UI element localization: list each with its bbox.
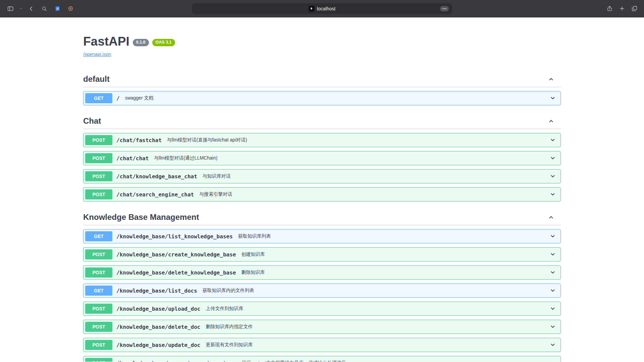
section-title: default [83, 74, 110, 84]
endpoint-description: 上传文件到知识库 [206, 306, 243, 312]
oas-badge: OAS 3.1 [152, 39, 175, 46]
endpoint-row[interactable]: POST/chat/fastchat与llm模型对话(直接与fastchat a… [83, 133, 561, 147]
site-favicon [309, 6, 315, 12]
chevron-down-icon [549, 191, 556, 198]
section-header[interactable]: default [83, 72, 561, 87]
section-collapse-button[interactable] [547, 75, 555, 83]
endpoint-path: /chat/fastchat [116, 137, 162, 143]
toolbar-center-group: localhost [192, 3, 452, 14]
chevron-up-icon [547, 75, 555, 83]
endpoint-row[interactable]: POST/knowledge_base/delete_knowledge_bas… [83, 265, 561, 280]
swagger-container: FastAPI 0.1.0 OAS 3.1 /openapi.json defa… [83, 17, 561, 362]
method-badge: POST [85, 358, 112, 362]
endpoint-expand-button[interactable] [549, 95, 556, 102]
plus-icon [619, 5, 625, 12]
endpoint-expand-button[interactable] [549, 251, 556, 258]
chevron-down-icon [549, 287, 556, 294]
chevron-up-icon [547, 214, 555, 221]
endpoint-expand-button[interactable] [549, 305, 556, 312]
chevron-down-icon [549, 251, 556, 258]
method-badge: POST [85, 135, 112, 145]
section-collapse-button[interactable] [547, 117, 555, 125]
endpoint-path: / [116, 95, 120, 102]
section-header[interactable]: Chat [83, 114, 561, 129]
endpoint-row[interactable]: POST/chat/search_engine_chat与搜索引擎对话 [83, 187, 561, 201]
endpoint-row[interactable]: POST/chat/chat与llm模型对话(通过LLMChain) [83, 151, 561, 165]
endpoint-expand-button[interactable] [549, 173, 556, 180]
chevron-down-icon [549, 173, 556, 180]
method-badge: POST [85, 189, 112, 199]
search-button[interactable] [39, 3, 50, 14]
endpoint-expand-button[interactable] [549, 233, 556, 240]
sidebar-icon [7, 5, 14, 12]
endpoint-path: /knowledge_base/list_knowledge_bases [116, 233, 233, 240]
tab-overview-button[interactable] [629, 3, 640, 14]
chevron-down-icon [549, 155, 556, 162]
endpoint-path: /knowledge_base/delete_doc [116, 324, 200, 330]
pinned-tab-blue-button[interactable] [52, 3, 63, 14]
sidebar-menu-chevron-button[interactable] [18, 3, 24, 14]
api-title-text: FastAPI [83, 34, 129, 49]
openapi-spec-link[interactable]: /openapi.json [83, 52, 111, 57]
endpoint-description: 根据content中文档重建向量库，流式输出处理进度。 [241, 360, 351, 362]
section-header[interactable]: Knowledge Base Management [83, 210, 561, 225]
toolbar-right-group [604, 3, 644, 14]
method-badge: POST [85, 304, 112, 314]
method-badge: POST [85, 322, 112, 332]
method-badge: POST [85, 267, 112, 278]
method-badge: POST [85, 171, 112, 181]
endpoint-row[interactable]: POST/knowledge_base/recreate_vector_stor… [83, 356, 561, 362]
pinned-tab-record-icon [68, 6, 73, 11]
sidebar-toggle-button[interactable] [5, 3, 16, 14]
pinned-tab-record-button[interactable] [65, 3, 76, 14]
chevron-down-icon [549, 341, 556, 349]
chevron-down-icon [549, 269, 556, 276]
endpoint-row[interactable]: POST/knowledge_base/delete_doc删除知识库内指定文件 [83, 320, 561, 334]
endpoint-description: 删除知识库内指定文件 [206, 324, 253, 330]
back-button[interactable] [25, 3, 37, 14]
endpoint-row[interactable]: POST/knowledge_base/create_knowledge_bas… [83, 247, 561, 261]
section-collapse-button[interactable] [547, 214, 555, 221]
endpoint-expand-button[interactable] [549, 287, 556, 294]
endpoint-expand-button[interactable] [549, 191, 556, 198]
chevron-down-icon [549, 136, 556, 144]
safari-window: localhost FastAPI 0.1.0 [0, 0, 644, 362]
api-tag-section: defaultGET/swagger 文档 [83, 72, 561, 105]
endpoint-path: /knowledge_base/update_doc [116, 342, 200, 348]
extensions-ellipsis-icon[interactable] [440, 6, 449, 11]
endpoint-expand-button[interactable] [549, 341, 556, 349]
endpoint-description: 与llm模型对话(通过LLMChain) [154, 155, 217, 161]
endpoint-row[interactable]: POST/chat/knowledge_base_chat与知识库对话 [83, 169, 561, 183]
endpoint-row[interactable]: POST/knowledge_base/update_doc更新现有文件到知识库 [83, 338, 561, 352]
method-badge: POST [85, 249, 112, 259]
endpoint-expand-button[interactable] [549, 359, 556, 362]
endpoint-description: 获取知识库列表 [238, 233, 271, 239]
new-tab-button[interactable] [616, 3, 628, 14]
endpoint-expand-button[interactable] [549, 136, 556, 144]
share-icon [606, 5, 613, 12]
back-chevron-icon [28, 5, 35, 12]
endpoint-expand-button[interactable] [549, 155, 556, 162]
endpoint-row[interactable]: GET/knowledge_base/list_docs获取知识库内的文件列表 [83, 284, 561, 298]
endpoint-row[interactable]: GET/swagger 文档 [83, 91, 561, 105]
chevron-down-icon [549, 359, 556, 362]
endpoint-row[interactable]: GET/knowledge_base/list_knowledge_bases获… [83, 229, 561, 243]
method-badge: POST [85, 153, 112, 163]
share-button[interactable] [604, 3, 615, 14]
endpoint-description: 更新现有文件到知识库 [206, 342, 253, 348]
swagger-page: FastAPI 0.1.0 OAS 3.1 /openapi.json defa… [0, 17, 644, 362]
endpoint-expand-button[interactable] [549, 323, 556, 330]
endpoint-expand-button[interactable] [549, 269, 556, 276]
chevron-down-icon [549, 323, 556, 330]
tab-overview-icon [631, 5, 638, 12]
favicon-bolt-icon [310, 7, 313, 10]
endpoint-row[interactable]: POST/knowledge_base/upload_doc上传文件到知识库 [83, 302, 561, 316]
api-tag-section: Knowledge Base ManagementGET/knowledge_b… [83, 210, 561, 362]
endpoint-path: /chat/knowledge_base_chat [116, 173, 197, 180]
chevron-up-icon [547, 117, 555, 125]
chevron-down-icon [549, 95, 556, 102]
address-bar[interactable]: localhost [192, 3, 452, 14]
endpoint-path: /knowledge_base/delete_knowledge_base [116, 269, 236, 276]
endpoint-path: /knowledge_base/recreate_vector_store [116, 360, 236, 362]
browser-toolbar: localhost [0, 0, 644, 17]
